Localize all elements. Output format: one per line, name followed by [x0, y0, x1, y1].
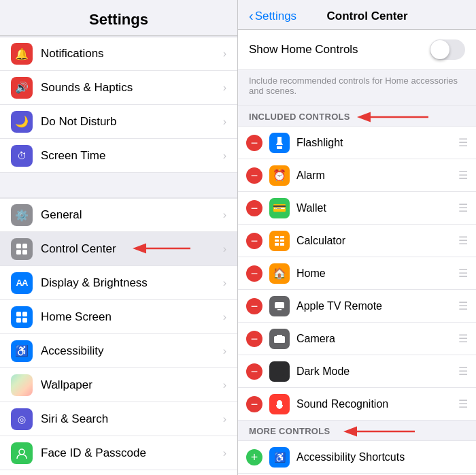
camera-icon: [269, 329, 290, 349]
settings-item-faceid[interactable]: Face ID & Passcode ›: [0, 436, 237, 470]
add-accshortcuts-button[interactable]: +: [246, 449, 262, 465]
notifications-icon: 🔔: [11, 43, 33, 65]
back-button[interactable]: ‹ Settings: [249, 8, 296, 24]
screentime-label: Screen Time: [41, 149, 223, 163]
settings-item-accessibility[interactable]: ♿ Accessibility ›: [0, 334, 237, 368]
siri-icon: ◎: [11, 408, 33, 430]
control-item-soundrec: − Sound Recognition ☰: [238, 388, 476, 421]
remove-wallet-button[interactable]: −: [246, 200, 262, 216]
screentime-chevron: ›: [223, 150, 226, 162]
display-label: Display & Brightness: [41, 276, 223, 290]
settings-title: Settings: [11, 11, 226, 29]
included-controls-header: INCLUDED CONTROLS: [238, 106, 476, 126]
settings-item-siri[interactable]: ◎ Siri & Search ›: [0, 402, 237, 436]
general-icon: ⚙️: [11, 204, 33, 226]
accessibility-icon: ♿: [11, 340, 33, 362]
svg-rect-17: [275, 243, 279, 246]
right-header: ‹ Settings Control Center: [238, 0, 476, 30]
svg-rect-16: [280, 240, 284, 242]
show-home-toggle[interactable]: [430, 39, 465, 60]
siri-chevron: ›: [223, 413, 226, 425]
faceid-icon: [11, 442, 33, 464]
alarm-drag-handle[interactable]: ☰: [458, 169, 468, 182]
appletv-icon: [269, 296, 290, 316]
svg-rect-15: [275, 240, 279, 242]
control-item-accshortcuts: + ♿ Accessibility Shortcuts: [238, 441, 476, 474]
wallpaper-chevron: ›: [223, 379, 226, 391]
accessibility-chevron: ›: [223, 345, 226, 357]
left-header: Settings: [0, 0, 237, 36]
settings-item-general[interactable]: ⚙️ General ›: [0, 198, 237, 232]
settings-item-sos[interactable]: SOS Emergency SOS ›: [0, 470, 237, 475]
dnd-label: Do Not Disturb: [41, 115, 223, 129]
right-panel-title: Control Center: [296, 10, 438, 23]
wallet-icon: 💳: [269, 198, 290, 218]
remove-soundrec-button[interactable]: −: [246, 396, 262, 412]
appletv-drag-handle[interactable]: ☰: [458, 299, 468, 312]
wallet-drag-handle[interactable]: ☰: [458, 201, 468, 214]
home-label: Home: [296, 267, 458, 280]
screentime-icon: ⏱: [11, 145, 33, 167]
controlcenter-label: Control Center: [41, 242, 223, 256]
homescreen-label: Home Screen: [41, 310, 223, 324]
more-controls-header: MORE CONTROLS: [238, 421, 476, 440]
wallpaper-icon: [11, 374, 33, 396]
sounds-label: Sounds & Haptics: [41, 81, 223, 95]
camera-drag-handle[interactable]: ☰: [458, 332, 468, 345]
right-content: Show Home Controls Include recommended c…: [238, 30, 476, 475]
included-controls-label: INCLUDED CONTROLS: [249, 112, 350, 122]
control-item-darkmode: − Dark Mode ☰: [238, 355, 476, 388]
remove-camera-button[interactable]: −: [246, 331, 262, 347]
svg-rect-1: [22, 244, 27, 248]
remove-home-button[interactable]: −: [246, 265, 262, 282]
control-item-appletv: − Apple TV Remote ☰: [238, 290, 476, 323]
svg-rect-20: [277, 309, 282, 310]
svg-rect-9: [22, 318, 27, 323]
flashlight-icon: [269, 133, 290, 153]
settings-item-homescreen[interactable]: Home Screen ›: [0, 300, 237, 334]
darkmode-label: Dark Mode: [296, 365, 458, 378]
notifications-chevron: ›: [223, 48, 226, 60]
homescreen-icon: [11, 306, 33, 328]
settings-item-display[interactable]: AA Display & Brightness ›: [0, 266, 237, 300]
remove-calculator-button[interactable]: −: [246, 233, 262, 249]
flashlight-drag-handle[interactable]: ☰: [458, 136, 468, 149]
settings-item-dnd[interactable]: 🌙 Do Not Disturb ›: [0, 105, 237, 139]
display-icon: AA: [11, 272, 33, 294]
remove-darkmode-button[interactable]: −: [246, 363, 262, 380]
settings-item-wallpaper[interactable]: Wallpaper ›: [0, 368, 237, 402]
calculator-drag-handle[interactable]: ☰: [458, 234, 468, 247]
control-item-home: − 🏠 Home ☰: [238, 257, 476, 290]
soundrec-label: Sound Recognition: [296, 398, 458, 410]
settings-item-screentime[interactable]: ⏱ Screen Time ›: [0, 139, 237, 173]
soundrec-icon: [269, 394, 290, 414]
controlcenter-chevron: ›: [223, 243, 226, 255]
svg-rect-3: [22, 250, 27, 255]
control-item-alarm: − ⏰ Alarm ☰: [238, 159, 476, 192]
remove-flashlight-button[interactable]: −: [246, 135, 262, 151]
siri-label: Siri & Search: [41, 412, 223, 426]
darkmode-icon: [269, 361, 290, 382]
annotation-arrow-included: [347, 110, 442, 125]
show-home-controls-row: Show Home Controls: [238, 30, 476, 70]
control-item-calculator: − Calculator ☰: [238, 225, 476, 257]
soundrec-drag-handle[interactable]: ☰: [458, 397, 468, 410]
settings-item-sounds[interactable]: 🔊 Sounds & Haptics ›: [0, 71, 237, 105]
home-drag-handle[interactable]: ☰: [458, 267, 468, 280]
right-panel: ‹ Settings Control Center Show Home Cont…: [238, 0, 476, 475]
flashlight-label: Flashlight: [296, 137, 458, 149]
darkmode-drag-handle[interactable]: ☰: [458, 365, 468, 378]
home-icon: 🏠: [269, 263, 290, 284]
remove-appletv-button[interactable]: −: [246, 298, 262, 314]
included-controls-list: − Flashlight ☰ − ⏰ Alarm ☰ − 💳: [238, 126, 476, 421]
alarm-icon: ⏰: [269, 165, 290, 186]
svg-rect-18: [280, 243, 284, 246]
section-divider-1: [0, 173, 237, 197]
camera-label: Camera: [296, 333, 458, 345]
dnd-chevron: ›: [223, 116, 226, 128]
general-chevron: ›: [223, 209, 226, 221]
settings-item-notifications[interactable]: 🔔 Notifications ›: [0, 37, 237, 71]
remove-alarm-button[interactable]: −: [246, 167, 262, 184]
calculator-icon: [269, 231, 290, 251]
settings-item-controlcenter[interactable]: Control Center ›: [0, 232, 237, 266]
